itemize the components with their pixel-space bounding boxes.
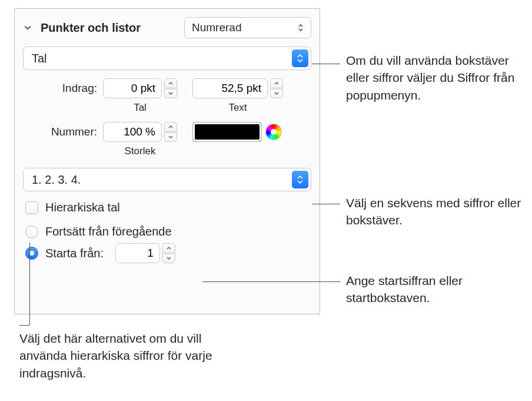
tiered-numbers-option[interactable]: Hierarkiska tal [25,201,311,214]
number-label: Nummer: [23,122,103,138]
indent-label: Indrag: [23,78,103,95]
indent-number-input[interactable] [103,78,162,98]
number-type-popup[interactable]: Tal [23,47,311,70]
updown-chevron-icon [292,49,308,67]
callout-text: Ange startsiffran eller startbokstaven. [346,272,523,307]
checkbox-icon [25,201,38,214]
start-from-input[interactable] [115,243,160,263]
disclosure-triangle-icon[interactable] [23,23,32,32]
tiered-numbers-label: Hierarkiska tal [45,201,120,214]
stepper-up-button[interactable] [162,243,175,253]
stepper-up-button[interactable] [270,78,283,88]
callout-leader-line [19,325,29,326]
continue-label: Fortsätt från föregående [45,225,172,238]
sequence-popup[interactable]: 1. 2. 3. 4. [23,168,311,191]
number-color-well[interactable] [192,122,262,142]
updown-chevron-icon [294,21,307,34]
start-from-label: Starta från: [45,247,104,260]
indent-number-sublabel: Tal [103,102,177,114]
callout-text: Om du vill använda bokstäver eller siffr… [346,52,523,104]
indent-text-input[interactable] [192,78,268,98]
sequence-value: 1. 2. 3. 4. [32,173,81,187]
continue-option[interactable]: Fortsätt från föregående [25,225,311,238]
indent-row: Indrag: Tal Text [23,78,311,114]
number-color-group [192,122,282,142]
indent-text-group: Text [192,78,283,114]
number-size-input[interactable] [103,122,162,142]
color-picker-button[interactable] [265,124,282,140]
indent-text-stepper[interactable] [192,78,283,98]
number-size-group: Storlek [103,122,177,157]
callout-leader-line [29,243,30,325]
callout-leader-line [312,64,340,64]
list-style-popup[interactable]: Numrerad [184,17,311,38]
number-size-sublabel: Storlek [103,145,177,157]
radio-icon [25,247,38,260]
stepper-down-button[interactable] [164,132,177,142]
start-from-stepper[interactable] [115,243,175,263]
number-type-value: Tal [32,52,47,65]
number-row: Nummer: Storlek [23,122,311,157]
number-size-stepper[interactable] [103,122,177,142]
indent-number-group: Tal [103,78,177,114]
radio-icon [25,226,38,238]
indent-text-sublabel: Text [192,102,283,114]
stepper-up-button[interactable] [164,122,177,132]
section-title: Punkter och listor [41,21,141,35]
bullets-lists-panel: Punkter och listor Numrerad Tal Indrag: [14,8,320,314]
start-from-option[interactable]: Starta från: [25,243,311,263]
callout-leader-line [312,204,340,204]
callout-text: Välj en sekvens med siffror eller bokstä… [346,194,523,229]
stepper-up-button[interactable] [164,78,177,88]
list-style-value: Numrerad [192,21,241,34]
indent-number-stepper[interactable] [103,78,177,98]
stepper-down-button[interactable] [164,89,177,99]
callout-leader-line [202,281,340,282]
callout-text: Välj det här alternativet om du vill anv… [19,330,231,382]
section-header: Punkter och listor Numrerad [23,17,311,38]
updown-chevron-icon [292,171,308,188]
stepper-down-button[interactable] [162,254,175,264]
stepper-down-button[interactable] [270,89,283,99]
